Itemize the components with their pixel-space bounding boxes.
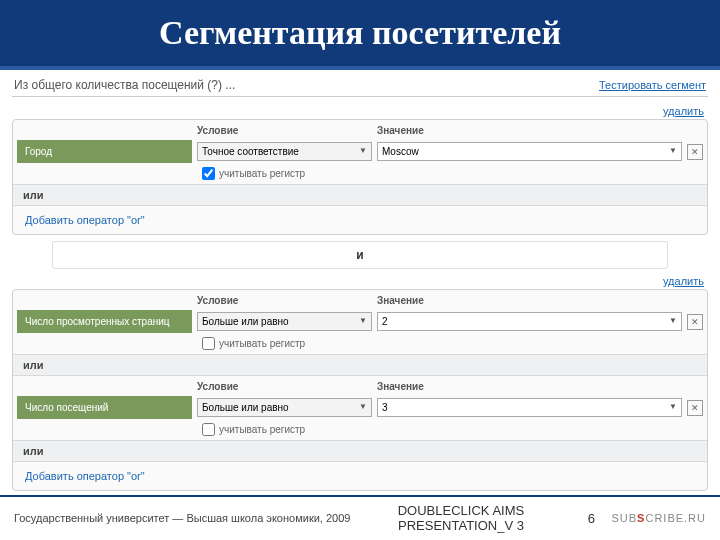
add-or-operator[interactable]: Добавить оператор "or" [17,466,703,486]
value-input-visits[interactable]: 3 [377,398,682,417]
value-header: Значение [377,125,424,136]
case-checkbox-visits[interactable] [202,423,215,436]
or-separator: или [13,354,707,376]
footer-org: Государственный университет — Высшая шко… [14,512,350,524]
case-checkbox-city[interactable] [202,167,215,180]
test-segment-link[interactable]: Тестировать сегмент [599,79,706,91]
field-visits[interactable]: Число посещений [17,396,192,419]
operator-select-city[interactable]: Точное соответствие [197,142,372,161]
field-pages[interactable]: Число просмотренных страниц [17,310,192,333]
footer-title-2: PRESENTATION_V 3 [350,518,571,534]
remove-rule-icon[interactable]: ✕ [687,400,703,416]
value-header: Значение [377,295,424,306]
field-city[interactable]: Город [17,140,192,163]
case-label: учитывать регистр [219,168,305,179]
or-separator: или [13,184,707,206]
condition-header: Условие [197,295,238,306]
condition-header: Условие [197,125,238,136]
delete-link[interactable]: удалить [663,105,704,117]
page-title: Сегментация посетителей [159,14,561,52]
delete-link[interactable]: удалить [663,275,704,287]
case-label: учитывать регистр [219,338,305,349]
operator-select-visits[interactable]: Больше или равно [197,398,372,417]
value-input-pages[interactable]: 2 [377,312,682,331]
remove-rule-icon[interactable]: ✕ [687,144,703,160]
case-checkbox-pages[interactable] [202,337,215,350]
or-separator: или [13,440,707,462]
case-label: учитывать регистр [219,424,305,435]
footer-title-1: DOUBLECLICK AIMS [350,503,571,519]
value-header: Значение [377,381,424,392]
condition-header: Условие [197,381,238,392]
operator-select-pages[interactable]: Больше или равно [197,312,372,331]
add-or-operator[interactable]: Добавить оператор "or" [17,210,703,230]
page-number: 6 [571,511,611,526]
total-visits-label: Из общего количества посещений (?) ... [14,78,235,92]
remove-rule-icon[interactable]: ✕ [687,314,703,330]
value-input-city[interactable]: Moscow [377,142,682,161]
subscribe-logo: SUBSCRIBE.RU [611,512,706,524]
and-separator: и [52,241,668,269]
